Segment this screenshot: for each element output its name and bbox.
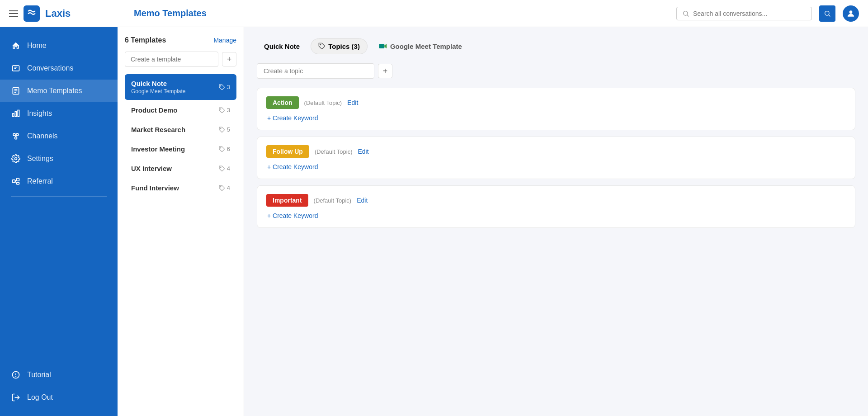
user-avatar[interactable] bbox=[843, 5, 859, 22]
svg-rect-22 bbox=[17, 178, 19, 181]
svg-point-20 bbox=[15, 158, 17, 160]
create-keyword-important[interactable]: + Create Keyword bbox=[266, 212, 846, 219]
create-topic-row: + bbox=[257, 63, 855, 79]
sidebar-item-referral[interactable]: Referral bbox=[0, 170, 118, 193]
sidebar-label-referral: Referral bbox=[27, 177, 53, 185]
settings-icon bbox=[11, 154, 21, 164]
sidebar-label-memo-templates: Memo Templates bbox=[27, 87, 82, 95]
template-name-market-research: Market Research bbox=[131, 126, 185, 133]
add-template-button[interactable]: + bbox=[222, 52, 236, 66]
sidebar-label-logout: Log Out bbox=[27, 393, 53, 402]
template-name-investor-meeting: Investor Meeting bbox=[131, 145, 185, 153]
search-button[interactable] bbox=[819, 5, 835, 22]
detail-panel: Quick Note Topics (3) Google Meet Templa… bbox=[244, 27, 868, 416]
topic-default-follow-up: (Default Topic) bbox=[315, 148, 353, 155]
template-tag-market-research: 5 bbox=[219, 126, 230, 133]
tab-topics-label: Topics (3) bbox=[328, 43, 360, 50]
tag-icon bbox=[219, 185, 225, 191]
create-template-input[interactable] bbox=[125, 52, 218, 67]
add-topic-button[interactable]: + bbox=[378, 64, 392, 78]
sidebar-label-tutorial: Tutorial bbox=[27, 371, 51, 379]
svg-point-28 bbox=[16, 376, 16, 377]
tab-quick-note[interactable]: Quick Note bbox=[257, 39, 307, 54]
search-input[interactable] bbox=[693, 10, 793, 17]
tag-icon bbox=[219, 165, 225, 172]
svg-rect-13 bbox=[15, 112, 16, 117]
svg-line-19 bbox=[16, 135, 16, 137]
logout-icon bbox=[11, 392, 21, 402]
sidebar-item-channels[interactable]: Channels bbox=[0, 125, 118, 147]
template-tag-ux-interview: 4 bbox=[219, 165, 230, 172]
sidebar-item-logout[interactable]: Log Out bbox=[0, 386, 118, 409]
create-keyword-action[interactable]: + Create Keyword bbox=[266, 114, 846, 122]
svg-marker-38 bbox=[384, 44, 387, 48]
app-header: Laxis Memo Templates bbox=[0, 0, 868, 27]
google-meet-icon bbox=[378, 42, 387, 51]
create-keyword-follow-up[interactable]: + Create Keyword bbox=[266, 163, 846, 170]
sidebar-item-conversations[interactable]: Conversations bbox=[0, 57, 118, 80]
tab-google-meet[interactable]: Google Meet Template bbox=[371, 38, 469, 54]
topic-card-action: Action (Default Topic) Edit + Create Key… bbox=[257, 88, 855, 130]
topic-badge-important: Important bbox=[266, 194, 308, 207]
svg-rect-12 bbox=[13, 113, 14, 117]
main-layout: Home Conversations Memo Templates Insigh… bbox=[0, 27, 868, 416]
templates-count: 6 Templates bbox=[125, 36, 166, 44]
svg-point-4 bbox=[849, 10, 853, 14]
svg-point-31 bbox=[220, 109, 221, 109]
template-item-investor-meeting[interactable]: Investor Meeting 6 bbox=[125, 140, 236, 158]
tag-icon bbox=[219, 127, 225, 133]
sidebar-item-insights[interactable]: Insights bbox=[0, 102, 118, 125]
conversations-icon bbox=[11, 63, 21, 73]
template-item-fund-interview[interactable]: Fund Interview 4 bbox=[125, 179, 236, 197]
referral-icon bbox=[11, 176, 21, 186]
templates-header: 6 Templates Manage bbox=[125, 36, 236, 44]
topics-tag-icon bbox=[318, 43, 326, 50]
topic-card-follow-up: Follow Up (Default Topic) Edit + Create … bbox=[257, 137, 855, 179]
sidebar-label-home: Home bbox=[27, 42, 47, 50]
tab-google-meet-label: Google Meet Template bbox=[390, 43, 462, 50]
tag-icon bbox=[219, 84, 225, 90]
svg-point-16 bbox=[16, 133, 19, 136]
template-item-product-demo[interactable]: Product Demo 3 bbox=[125, 101, 236, 119]
sidebar-item-home[interactable]: Home bbox=[0, 34, 118, 57]
svg-point-33 bbox=[220, 147, 221, 148]
svg-rect-23 bbox=[17, 183, 19, 184]
svg-point-36 bbox=[320, 44, 321, 45]
topic-badge-follow-up: Follow Up bbox=[266, 145, 309, 158]
sidebar-item-memo-templates[interactable]: Memo Templates bbox=[0, 80, 118, 102]
app-logo bbox=[24, 5, 40, 22]
sidebar-item-tutorial[interactable]: Tutorial bbox=[0, 364, 118, 386]
sidebar-label-conversations: Conversations bbox=[27, 64, 73, 72]
topic-card-important-header: Important (Default Topic) Edit bbox=[266, 194, 846, 207]
sidebar-label-insights: Insights bbox=[27, 109, 52, 118]
topic-default-action: (Default Topic) bbox=[304, 99, 342, 106]
topic-edit-follow-up[interactable]: Edit bbox=[358, 148, 368, 155]
tab-topics[interactable]: Topics (3) bbox=[311, 38, 368, 54]
topic-edit-important[interactable]: Edit bbox=[357, 197, 368, 204]
insights-icon bbox=[11, 109, 21, 118]
tag-icon bbox=[219, 107, 225, 113]
svg-line-1 bbox=[687, 15, 689, 16]
svg-rect-14 bbox=[18, 110, 19, 117]
tag-icon bbox=[219, 146, 225, 152]
svg-rect-21 bbox=[13, 180, 15, 183]
topic-edit-action[interactable]: Edit bbox=[347, 99, 358, 106]
template-item-quick-note[interactable]: Quick Note Google Meet Template 3 bbox=[125, 74, 236, 100]
header-left: Laxis bbox=[9, 5, 127, 22]
manage-link[interactable]: Manage bbox=[213, 37, 236, 44]
sidebar-item-settings[interactable]: Settings bbox=[0, 147, 118, 170]
hamburger-menu[interactable] bbox=[9, 10, 18, 17]
template-name-quick-note: Quick Note bbox=[131, 80, 186, 87]
template-item-ux-interview[interactable]: UX Interview 4 bbox=[125, 159, 236, 178]
svg-point-15 bbox=[13, 133, 15, 136]
template-tag-fund-interview: 4 bbox=[219, 184, 230, 191]
template-tag-investor-meeting: 6 bbox=[219, 146, 230, 152]
svg-point-17 bbox=[15, 137, 17, 139]
create-topic-input[interactable] bbox=[257, 63, 374, 79]
content-area: 6 Templates Manage + Quick Note Google M… bbox=[118, 27, 868, 416]
template-list: Quick Note Google Meet Template 3 Produc… bbox=[125, 74, 236, 197]
templates-panel: 6 Templates Manage + Quick Note Google M… bbox=[118, 27, 244, 416]
detail-tabs: Quick Note Topics (3) Google Meet Templa… bbox=[257, 38, 855, 54]
template-item-market-research[interactable]: Market Research 5 bbox=[125, 120, 236, 139]
home-icon bbox=[11, 41, 21, 51]
